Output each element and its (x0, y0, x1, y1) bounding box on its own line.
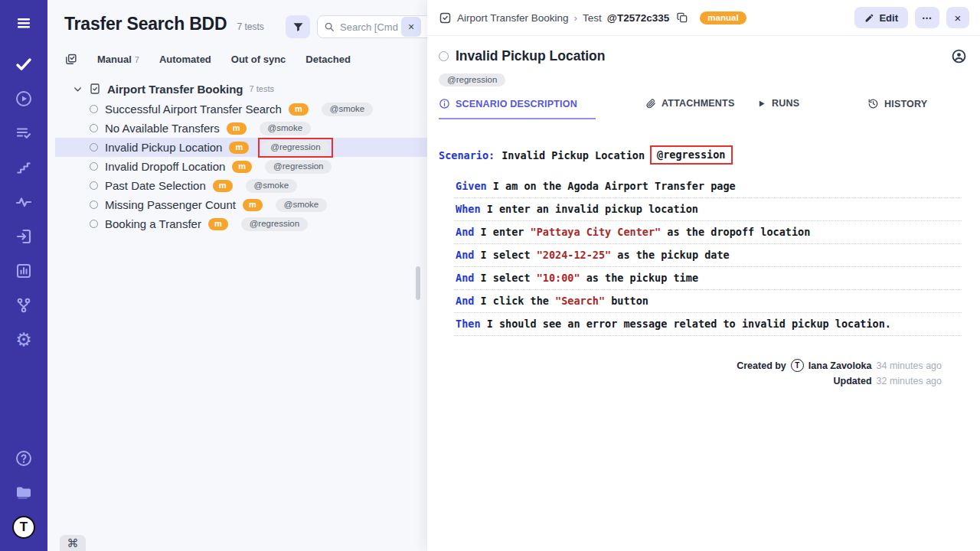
test-tag-pill[interactable]: @regression (439, 73, 505, 86)
test-status-icon (90, 124, 98, 132)
feature-file-icon (89, 83, 101, 95)
manual-badge: m (227, 122, 247, 135)
assignee-avatar-icon[interactable] (952, 49, 966, 64)
test-name: Invalid Dropoff Location (105, 160, 225, 173)
updated-timestamp: 32 minutes ago (877, 376, 942, 386)
meta-info: Created by T Iana Zavoloka 34 minutes ag… (439, 359, 962, 386)
test-title: Invalid Pickup Location (456, 48, 605, 64)
menu-icon[interactable] (14, 13, 34, 33)
paperclip-icon (645, 98, 656, 109)
detail-tabs: SCENARIO DESCRIPTION ATTACHMENTS RUNS HI… (427, 98, 980, 126)
tag-annotation-box: @smoke (242, 176, 302, 196)
test-status-icon (90, 105, 98, 113)
test-filter-tabs: Manual7 Automated Out of sync Detached (47, 53, 427, 66)
test-name: Missing Passenger Count (105, 198, 236, 211)
test-tree: Airport Transfer Booking 7 tests Success… (47, 78, 427, 233)
search-close-button[interactable]: × (401, 17, 421, 37)
test-id: @T2572c335 (607, 12, 669, 24)
tab-detached[interactable]: Detached (305, 54, 351, 65)
filter-button[interactable] (286, 15, 310, 38)
analytics-icon[interactable] (14, 192, 34, 212)
search-icon (324, 21, 335, 32)
test-status-icon (90, 181, 98, 190)
tag-annotation-box: @regression (237, 214, 312, 234)
test-status-icon (90, 220, 98, 228)
projects-icon[interactable] (14, 482, 34, 502)
created-timestamp: 34 minutes ago (877, 360, 942, 371)
author-name: Iana Zavoloka (808, 360, 872, 371)
import-icon[interactable] (14, 227, 34, 246)
tag-pill[interactable]: @regression (265, 160, 332, 174)
gherkin-step: When I enter an invalid pickup location (454, 198, 962, 221)
manual-badge: m (232, 161, 252, 173)
gherkin-step: Given I am on the Agoda Airport Transfer… (454, 175, 962, 198)
test-row[interactable]: Booking a Transfer m @regression (55, 214, 427, 233)
help-icon[interactable] (14, 448, 34, 468)
test-detail-panel: Airport Transfer Booking › Test @T2572c3… (427, 0, 980, 551)
tag-pill[interactable]: @smoke (260, 122, 312, 135)
test-row[interactable]: Invalid Dropoff Location m @regression (55, 157, 427, 176)
test-status-icon (439, 51, 449, 61)
test-row[interactable]: No Available Transfers m @smoke (55, 119, 427, 138)
select-all-icon[interactable] (64, 53, 77, 66)
tag-annotation-box: @smoke (272, 195, 332, 215)
breadcrumb-test-label: Test (583, 12, 602, 24)
tests-icon[interactable] (14, 54, 34, 74)
test-list-panel: Trasfer Search BDD 7 tests × Manual7 Aut… (47, 0, 427, 551)
test-status-icon (90, 201, 98, 209)
tab-out-of-sync[interactable]: Out of sync (231, 54, 286, 65)
tag-pill[interactable]: @smoke (322, 103, 374, 116)
tab-runs[interactable]: RUNS (756, 98, 799, 109)
scenario-name: Invalid Pickup Location (501, 149, 645, 161)
test-row[interactable]: Missing Passenger Count m @smoke (55, 195, 427, 214)
test-row[interactable]: Past Date Selection m @smoke (55, 176, 427, 195)
copy-icon[interactable] (676, 11, 688, 24)
scrollbar-thumb[interactable] (416, 266, 420, 300)
manual-status-badge: manual (700, 11, 746, 24)
gherkin-step: And I select "2024-12-25" as the pickup … (454, 244, 962, 267)
scenario-title-line: Scenario: Invalid Pickup Location @regre… (439, 145, 962, 165)
test-row[interactable]: Successful Airport Transfer Search m @sm… (55, 99, 427, 119)
test-status-icon (90, 162, 98, 171)
test-row[interactable]: Invalid Pickup Location m @regression (55, 138, 427, 157)
test-plans-icon[interactable] (14, 123, 34, 143)
runs-icon[interactable] (14, 89, 34, 109)
reports-icon[interactable] (14, 261, 34, 281)
tag-pill[interactable]: @smoke (276, 198, 328, 212)
branches-icon[interactable] (14, 295, 34, 315)
manual-badge: m (229, 142, 249, 154)
tag-pill[interactable]: @regression (241, 217, 308, 231)
scenario-description: Scenario: Invalid Pickup Location @regre… (427, 126, 980, 386)
close-panel-button[interactable]: × (946, 7, 969, 28)
breadcrumb: Airport Transfer Booking › Test @T2572c3… (439, 11, 746, 24)
app-window: ⚙ T Trasfer Search BDD 7 tests (0, 0, 980, 551)
tab-scenario-description[interactable]: SCENARIO DESCRIPTION (439, 98, 596, 119)
more-actions-button[interactable]: ⋯ (915, 7, 939, 28)
project-tests-count: 7 tests (237, 21, 263, 32)
settings-icon[interactable]: ⚙ (14, 330, 34, 350)
scenario-tag-annotated: @regression (650, 145, 732, 165)
project-title: Trasfer Search BDD (64, 14, 227, 34)
keyboard-shortcuts-button[interactable]: ⌘ (60, 535, 86, 551)
steps-icon[interactable] (14, 158, 34, 178)
edit-button[interactable]: Edit (854, 7, 908, 28)
tag-annotation-box: @regression (258, 138, 332, 158)
feature-row[interactable]: Airport Transfer Booking 7 tests (47, 78, 427, 99)
funnel-icon (292, 21, 304, 33)
tab-history[interactable]: HISTORY (867, 98, 927, 109)
tag-pill[interactable]: @regression (262, 141, 328, 155)
tag-pill[interactable]: @smoke (246, 179, 298, 193)
test-name: No Available Transfers (105, 122, 220, 135)
checkbox-icon (439, 11, 452, 24)
tab-attachments[interactable]: ATTACHMENTS (645, 98, 734, 109)
test-name: Invalid Pickup Location (105, 141, 222, 154)
author-avatar: T (791, 359, 804, 372)
tab-manual[interactable]: Manual7 (97, 54, 139, 65)
test-name: Past Date Selection (105, 179, 206, 192)
manual-badge: m (243, 199, 263, 211)
tab-automated[interactable]: Automated (159, 54, 211, 65)
breadcrumb-feature[interactable]: Airport Transfer Booking (457, 12, 569, 24)
tag-annotation-box: @smoke (318, 99, 377, 119)
app-logo[interactable]: T (12, 516, 35, 539)
chevron-down-icon (73, 84, 83, 94)
